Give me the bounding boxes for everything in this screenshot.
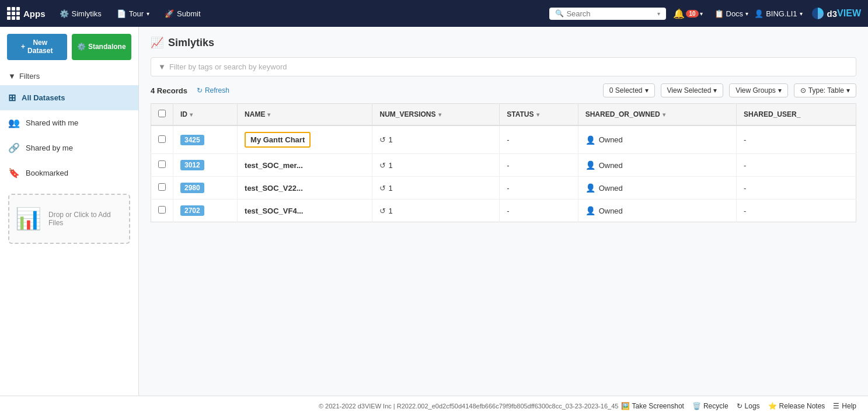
tour-nav-item[interactable]: 📄 Tour ▾ xyxy=(114,6,152,22)
versions-count: 1 xyxy=(388,207,392,215)
row-name-text[interactable]: test_SOC_V22... xyxy=(245,184,303,193)
refresh-button[interactable]: ↻ Refresh xyxy=(197,86,229,95)
row-id-cell: 2702 xyxy=(173,200,238,222)
all-datasets-label: All Datasets xyxy=(22,93,65,102)
refresh-icon: ↻ xyxy=(197,86,203,95)
shared-by-me-icon: 🔗 xyxy=(8,142,20,153)
submit-nav-item[interactable]: 🚀 Submit xyxy=(162,6,203,22)
id-badge[interactable]: 2980 xyxy=(180,183,204,193)
table-header-checkbox[interactable] xyxy=(151,104,173,126)
select-all-checkbox[interactable] xyxy=(158,110,166,117)
search-input[interactable] xyxy=(566,9,655,18)
sidebar-item-shared-with-me[interactable]: 👥 Shared with me xyxy=(0,110,138,135)
d3view-logo[interactable]: d3VIEW xyxy=(811,6,861,20)
shared-with-me-label: Shared with me xyxy=(26,118,78,127)
id-badge[interactable]: 2702 xyxy=(180,205,204,216)
table-row: 3012test_SOC_mer...↺1-👤Owned- xyxy=(151,154,856,177)
user-nav-item[interactable]: 👤 BING.LI1 ▾ xyxy=(754,9,802,18)
row-versions-cell: ↺1 xyxy=(372,125,500,154)
table-header-num-versions[interactable]: NUM_VERSIONS ▾ xyxy=(372,104,500,126)
type-table-chevron-icon: ▾ xyxy=(846,86,850,95)
id-badge[interactable]: 3425 xyxy=(180,135,204,145)
history-icon: ↺ xyxy=(379,184,386,193)
notifications-bell[interactable]: 🔔 10 ▾ xyxy=(673,8,702,19)
filter-bar[interactable]: ▼ Filter by tags or search by keyword xyxy=(151,57,856,76)
history-icon: ↺ xyxy=(379,135,386,144)
toolbar: 4 Records ↻ Refresh 0 Selected ▾ View Se… xyxy=(151,83,856,97)
shared-or-owned-sort-icon: ▾ xyxy=(663,111,665,118)
view-selected-button[interactable]: View Selected ▾ xyxy=(661,83,724,97)
bell-chevron-icon: ▾ xyxy=(700,11,703,17)
num-versions-sort-icon: ▾ xyxy=(438,111,441,118)
sidebar-item-all-datasets[interactable]: ⊞ All Datasets xyxy=(0,85,138,110)
type-table-button[interactable]: ⊙ Type: Table ▾ xyxy=(794,83,856,97)
owned-text: Owned xyxy=(599,207,623,215)
sidebar-top-buttons: + NewDataset ⚙️ Standalone xyxy=(0,27,138,67)
row-name-text[interactable]: test_SOC_mer... xyxy=(245,161,303,170)
help-icon: ☰ xyxy=(833,402,839,410)
type-table-label: Type: Table xyxy=(808,86,844,95)
row-name-text[interactable]: test_SOC_VF4... xyxy=(245,207,303,215)
filter-bar-icon: ▼ xyxy=(158,62,166,71)
versions-count: 1 xyxy=(388,184,392,193)
row-checkbox-cell xyxy=(151,177,173,200)
sidebar-item-bookmarked[interactable]: 🔖 Bookmarked xyxy=(0,160,138,186)
new-dataset-plus-icon: + xyxy=(21,43,25,51)
table-header-status[interactable]: STATUS ▾ xyxy=(500,104,578,126)
logs-button[interactable]: ↻ Logs xyxy=(737,402,760,410)
take-screenshot-button[interactable]: 🖼️ Take Screenshot xyxy=(621,402,684,410)
help-button[interactable]: ☰ Help xyxy=(833,402,856,410)
type-icon: ⊙ xyxy=(800,86,806,95)
selected-dropdown-button[interactable]: 0 Selected ▾ xyxy=(603,83,655,97)
row-name-cell: test_SOC_V22... xyxy=(238,177,372,200)
owned-text: Owned xyxy=(599,135,623,144)
release-notes-label: Release Notes xyxy=(779,402,825,410)
filter-bar-placeholder: Filter by tags or search by keyword xyxy=(169,62,287,71)
view-groups-button[interactable]: View Groups ▾ xyxy=(729,83,787,97)
bookmarked-icon: 🔖 xyxy=(8,167,20,179)
user-label: BING.LI1 xyxy=(766,9,797,18)
row-name-text[interactable]: My Gantt Chart xyxy=(245,132,311,148)
row-checkbox-cell xyxy=(151,200,173,222)
release-notes-button[interactable]: ⭐ Release Notes xyxy=(768,402,825,410)
table-header-id[interactable]: ID ▾ xyxy=(173,104,238,126)
view-groups-label: View Groups xyxy=(735,86,775,95)
sidebar: + NewDataset ⚙️ Standalone ▼ Filters ⊞ A… xyxy=(0,27,139,396)
page-title-text: Simlytiks xyxy=(168,37,214,49)
bell-icon: 🔔 xyxy=(673,8,685,19)
name-sort-icon: ▾ xyxy=(267,111,270,118)
sidebar-item-shared-by-me[interactable]: 🔗 Shared by me xyxy=(0,135,138,160)
table-row: 3425My Gantt Chart↺1-👤Owned- xyxy=(151,125,856,154)
table-header-name[interactable]: NAME ▾ xyxy=(238,104,372,126)
row-status-cell: - xyxy=(500,200,578,222)
row-name-cell: test_SOC_mer... xyxy=(238,154,372,177)
simlytiks-nav-item[interactable]: ⚙️ Simlytiks xyxy=(57,6,104,22)
recycle-button[interactable]: 🗑️ Recycle xyxy=(692,402,728,410)
table-header-shared-user[interactable]: SHARED_USER_ xyxy=(737,104,856,126)
row-checkbox-2[interactable] xyxy=(158,183,166,191)
row-checkbox-0[interactable] xyxy=(158,135,166,143)
table-header-shared-or-owned[interactable]: SHARED_OR_OWNED ▾ xyxy=(578,104,736,126)
recycle-icon: 🗑️ xyxy=(692,402,701,410)
standalone-button[interactable]: ⚙️ Standalone xyxy=(72,34,132,60)
id-badge[interactable]: 3012 xyxy=(180,160,204,170)
apps-brand[interactable]: Apps xyxy=(7,7,46,20)
filter-icon: ▼ xyxy=(8,72,16,81)
search-bar[interactable]: 🔍 ▾ xyxy=(549,8,666,20)
search-icon: 🔍 xyxy=(555,9,564,18)
drop-area[interactable]: 📊 Drop or Click to Add Files xyxy=(8,194,130,244)
row-name-cell: test_SOC_VF4... xyxy=(238,200,372,222)
logs-icon: ↻ xyxy=(737,402,742,410)
versions-count: 1 xyxy=(388,161,392,170)
row-checkbox-3[interactable] xyxy=(158,206,166,214)
row-owned-cell: 👤Owned xyxy=(578,154,736,177)
row-checkbox-cell xyxy=(151,154,173,177)
drop-area-text: Drop or Click to Add Files xyxy=(48,211,123,227)
bookmarked-label: Bookmarked xyxy=(26,169,68,177)
row-checkbox-1[interactable] xyxy=(158,160,166,168)
new-dataset-button[interactable]: + NewDataset xyxy=(7,34,67,60)
docs-nav-item[interactable]: 📋 Docs ▾ xyxy=(714,9,749,18)
shared-by-me-label: Shared by me xyxy=(26,144,73,152)
page-footer: © 2021-2022 d3VIEW Inc | R2022.002_e0d2c… xyxy=(0,396,868,416)
shared-with-me-icon: 👥 xyxy=(8,117,20,128)
